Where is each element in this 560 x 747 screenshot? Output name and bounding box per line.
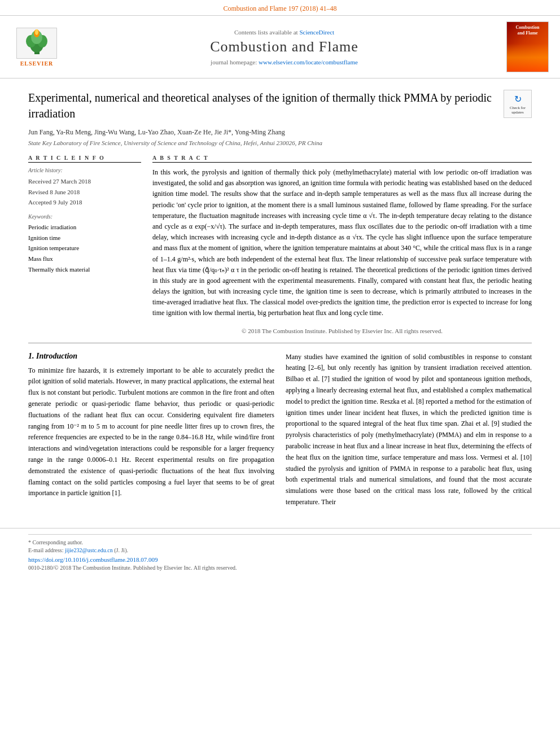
- cover-flames-decoration: [507, 43, 548, 72]
- revised-date: Revised 8 June 2018: [28, 187, 141, 198]
- keyword-2: Ignition time: [28, 233, 141, 243]
- journal-center: Contents lists available at ScienceDirec…: [62, 29, 506, 65]
- sciencedirect-link[interactable]: ScienceDirect: [299, 29, 334, 36]
- check-updates-icon: ↻: [514, 94, 522, 104]
- journal-cover-image: Combustion and Flame: [506, 21, 549, 72]
- footer-divider: [28, 534, 532, 535]
- abstract-col: A B S T R A C T In this work, the pyroly…: [152, 155, 532, 334]
- email-link[interactable]: jijie232@ustc.edu.cn: [65, 547, 113, 553]
- journal-header: ELSEVIER Contents lists available at Sci…: [0, 15, 560, 78]
- homepage-url[interactable]: www.elsevier.com/locate/combustflame: [259, 59, 358, 65]
- keyword-4: Mass flux: [28, 254, 141, 264]
- elsevier-logo-svg: [19, 29, 55, 57]
- issn-line: 0010-2180/© 2018 The Combustion Institut…: [28, 565, 532, 571]
- keyword-3: Ignition temperature: [28, 243, 141, 254]
- elsevier-logo: ELSEVIER: [11, 28, 62, 67]
- article-history-label: Article history:: [28, 167, 141, 173]
- keywords-label: Keywords:: [28, 213, 141, 220]
- elsevier-logo-box: [16, 28, 57, 59]
- section-divider: [28, 343, 532, 343]
- svg-point-6: [35, 29, 38, 35]
- keywords-section: Keywords: Periodic irradiation Ignition …: [28, 213, 141, 274]
- check-updates-label: Check for updates: [504, 106, 531, 115]
- affiliation-line: State Key Laboratory of Fire Science, Un…: [28, 139, 532, 146]
- received-date: Received 27 March 2018: [28, 176, 141, 187]
- email-attribution: (J. Ji).: [114, 547, 128, 553]
- homepage-line: journal homepage: www.elsevier.com/locat…: [73, 59, 495, 65]
- introduction-section: 1. Introduction To minimize fire hazards…: [28, 352, 532, 508]
- authors-line: Jun Fang, Ya-Ru Meng, Jing-Wu Wang, Lu-Y…: [28, 128, 532, 137]
- check-updates-badge: ↻ Check for updates: [504, 90, 532, 118]
- intro-right-text: Many studies have examined the ignition …: [286, 352, 532, 508]
- journal-citation-link[interactable]: Combustion and Flame 197 (2018) 41–48: [224, 5, 337, 12]
- article-title-section: Experimental, numerical and theoretical …: [28, 90, 532, 121]
- abstract-text: In this work, the pyrolysis and ignition…: [152, 167, 532, 319]
- keyword-5: Thermally thick material: [28, 264, 141, 275]
- article-dates: Received 27 March 2018 Revised 8 June 20…: [28, 176, 141, 208]
- keyword-1: Periodic irradiation: [28, 222, 141, 233]
- elsevier-text: ELSEVIER: [20, 60, 54, 67]
- journal-main-title: Combustion and Flame: [73, 38, 495, 55]
- corresponding-author-note: * Corresponding author.: [28, 539, 532, 545]
- article-footer: * Corresponding author. E-mail address: …: [0, 528, 560, 574]
- intro-right-col: Many studies have examined the ignition …: [286, 352, 532, 508]
- intro-left-col: 1. Introduction To minimize fire hazards…: [28, 352, 274, 508]
- email-line: E-mail address: jijie232@ustc.edu.cn (J.…: [28, 547, 532, 553]
- abstract-header: A B S T R A C T: [152, 155, 532, 163]
- accepted-date: Accepted 9 July 2018: [28, 197, 141, 208]
- article-title: Experimental, numerical and theoretical …: [28, 90, 504, 121]
- contents-line: Contents lists available at ScienceDirec…: [73, 29, 495, 36]
- article-area: Experimental, numerical and theoretical …: [0, 78, 560, 528]
- page: Combustion and Flame 197 (2018) 41–48 EL…: [0, 0, 560, 574]
- copyright-line: © 2018 The Combustion Institute. Publish…: [152, 325, 532, 334]
- article-info-abstract-columns: A R T I C L E I N F O Article history: R…: [28, 155, 532, 334]
- journal-top-bar: Combustion and Flame 197 (2018) 41–48: [0, 0, 560, 15]
- cover-title: Combustion and Flame: [516, 25, 540, 36]
- article-info-header: A R T I C L E I N F O: [28, 155, 141, 163]
- intro-left-text: To minimize fire hazards, it is extremel…: [28, 365, 274, 500]
- intro-section-title: 1. Introduction: [28, 352, 274, 361]
- article-info-col: A R T I C L E I N F O Article history: R…: [28, 155, 141, 334]
- doi-link[interactable]: https://doi.org/10.1016/j.combustflame.2…: [28, 556, 532, 563]
